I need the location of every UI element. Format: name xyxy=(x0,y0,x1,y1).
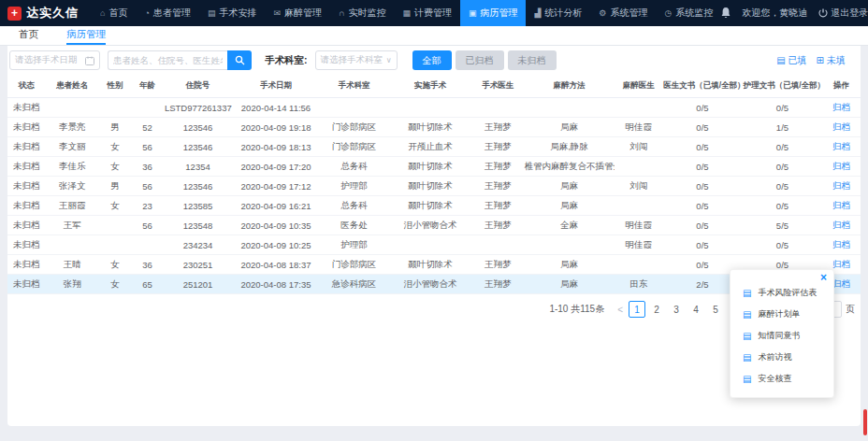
tab-home[interactable]: 首页 xyxy=(19,26,38,45)
nav-item-patients[interactable]: ◔患者管理 xyxy=(136,0,198,26)
table-header-row: 状态患者姓名性别年龄住院号手术日期手术科室实施手术手术医生麻醉方法麻醉医生医生文… xyxy=(7,75,861,98)
link-unfilled[interactable]: ⊞未填 xyxy=(817,54,846,67)
table-cell: 0/5 xyxy=(662,118,743,137)
table-cell: 36 xyxy=(131,255,164,275)
calendar-icon xyxy=(85,56,94,65)
dept-select[interactable]: 请选择手术科室 ∨ xyxy=(315,50,398,70)
nav-item-medical-records[interactable]: ▣病历管理 xyxy=(460,0,527,26)
action-cell: 归档 xyxy=(822,177,861,196)
table-row: 未归档张泽文男561235462020-04-09 17:12护理部颞叶切除术王… xyxy=(7,177,861,196)
archive-link[interactable]: 归档 xyxy=(832,259,850,269)
table-cell: 2020-04-09 17:12 xyxy=(232,177,320,196)
patient-icon: ◔ xyxy=(144,8,149,18)
column-header: 手术医生 xyxy=(472,75,524,98)
action-cell: 归档 xyxy=(822,118,861,137)
table-cell: 护理部 xyxy=(320,177,388,196)
tab-medical-records[interactable]: 病历管理 xyxy=(66,26,106,45)
table-cell: 1/5 xyxy=(743,118,823,137)
page-number-1[interactable]: 1 xyxy=(629,301,645,318)
action-cell: 归档 xyxy=(822,216,861,235)
document-icon: ▤ xyxy=(743,331,751,341)
table-cell: 张翔 xyxy=(46,275,99,294)
fill-links: ▤已填⊞未填 xyxy=(776,54,855,67)
popup-item-preoperative-visit[interactable]: ▤术前访视 xyxy=(731,347,833,368)
page-number-2[interactable]: 2 xyxy=(648,301,665,318)
table-cell: 0/5 xyxy=(662,216,743,235)
popup-item-anesthesia-plan[interactable]: ▤麻醉计划单 xyxy=(731,304,833,325)
prev-page-arrow[interactable]: < xyxy=(615,305,626,315)
page-number-4[interactable]: 4 xyxy=(687,301,704,318)
logout-icon xyxy=(818,8,828,18)
popup-item-surgery-risk-assessment[interactable]: ▤手术风险评估表 xyxy=(731,282,833,304)
link-filled[interactable]: ▤已填 xyxy=(776,54,806,67)
table-cell: 230251 xyxy=(164,255,232,275)
nav-right: 欢迎您，黄晓迪 退出登录 xyxy=(721,7,868,20)
table-cell: 王翔梦 xyxy=(472,137,524,157)
table-cell: 0/5 xyxy=(743,157,823,177)
popup-item-safety-check[interactable]: ▤安全核查 xyxy=(731,368,833,390)
table-cell xyxy=(46,98,99,118)
archive-link[interactable]: 归档 xyxy=(832,180,850,191)
table-cell xyxy=(524,98,615,118)
table-cell: 王翔梦 xyxy=(472,177,524,196)
search-icon xyxy=(235,55,245,65)
table-cell: 0/5 xyxy=(743,137,823,157)
archive-link[interactable]: 归档 xyxy=(832,121,850,132)
nav-item-label: 系统监控 xyxy=(675,7,713,20)
nav-item-system-admin[interactable]: ⚙系统管理 xyxy=(590,0,656,26)
archive-link[interactable]: 归档 xyxy=(832,161,850,171)
table-cell: 23 xyxy=(131,196,164,216)
archive-link[interactable]: 归档 xyxy=(832,141,850,151)
table-cell: 123585 xyxy=(164,196,232,216)
page-number-3[interactable]: 3 xyxy=(668,301,685,318)
nav-item-anesthesia[interactable]: ✉麻醉管理 xyxy=(265,0,330,26)
table-cell: 李景亮 xyxy=(46,118,99,137)
search-button[interactable] xyxy=(227,50,252,70)
table-row: 未归档王丽霞女231235852020-04-09 16:21总务科颞叶切除术王… xyxy=(7,196,861,216)
document-icon: ▤ xyxy=(743,309,751,320)
column-header: 麻醉医生 xyxy=(615,75,662,98)
table-cell: 急诊科病区 xyxy=(320,275,388,294)
column-header: 年龄 xyxy=(131,75,164,98)
table-cell: 56 xyxy=(131,137,164,157)
scrollbar-thumb[interactable] xyxy=(863,409,867,435)
logout-button[interactable]: 退出登录 xyxy=(818,7,868,20)
table-cell: 2020-04-09 10:25 xyxy=(232,235,320,255)
popup-item-informed-consent[interactable]: ▤知情同意书 xyxy=(731,325,833,347)
table-cell: 颞叶切除术 xyxy=(388,157,472,177)
nav-item-billing[interactable]: ▦计费管理 xyxy=(394,0,460,26)
table-cell: 女 xyxy=(99,196,132,216)
popup-item-label: 手术风险评估表 xyxy=(758,287,817,299)
nav-item-system-monitor[interactable]: ◷系统监控 xyxy=(656,0,721,26)
document-filled-icon: ▤ xyxy=(776,55,785,65)
archive-link[interactable]: 归档 xyxy=(832,239,850,249)
archive-link[interactable]: 归档 xyxy=(832,200,850,210)
close-icon[interactable]: × xyxy=(820,272,827,283)
segment-button-2[interactable]: 未归档 xyxy=(508,50,557,70)
bell-icon[interactable] xyxy=(721,7,731,19)
nav-item-statistics[interactable]: ▟统计分析 xyxy=(526,0,590,26)
segment-button-1[interactable]: 已归档 xyxy=(456,50,504,70)
segment-button-0[interactable]: 全部 xyxy=(412,50,452,70)
search-input[interactable] xyxy=(108,50,227,70)
document-popup: × ▤手术风险评估表▤麻醉计划单▤知情同意书▤术前访视▤安全核查 xyxy=(730,269,834,398)
page-number-5[interactable]: 5 xyxy=(707,301,724,318)
nav-item-home[interactable]: ⌂首页 xyxy=(92,0,136,26)
table-cell: 总务科 xyxy=(320,196,388,216)
bar-chart-icon: ▟ xyxy=(534,8,541,18)
nav-item-surgery-schedule[interactable]: ▤手术安排 xyxy=(199,0,266,26)
surgery-date-picker[interactable]: 请选择手术日期 xyxy=(9,50,100,70)
jump-suffix: 页 xyxy=(846,303,855,316)
mail-icon: ✉ xyxy=(273,8,281,18)
archive-link[interactable]: 归档 xyxy=(832,278,850,289)
welcome-text: 欢迎您，黄晓迪 xyxy=(742,7,807,20)
table-cell: 0/5 xyxy=(662,137,743,157)
table-cell: 未归档 xyxy=(7,235,46,255)
search-group xyxy=(108,50,252,70)
archive-link[interactable]: 归档 xyxy=(832,220,850,230)
archive-link[interactable]: 归档 xyxy=(832,102,850,112)
table-cell xyxy=(615,157,662,177)
brand-name: 达实久信 xyxy=(26,5,79,21)
table-cell: 局麻 xyxy=(524,196,615,216)
nav-item-realtime-monitor[interactable]: ∩实时监控 xyxy=(330,0,394,26)
